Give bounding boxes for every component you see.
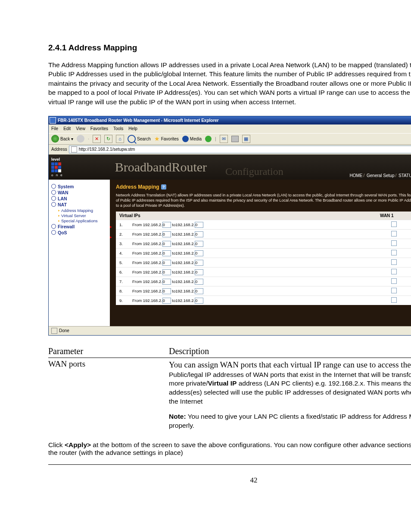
help-icon[interactable]: ? [161,184,166,190]
ip-range-cell: From 192.168.2. to192.168.2. [129,286,377,296]
ip-range-cell: From 192.168.2. to192.168.2. [129,296,377,305]
wan1-checkbox[interactable] [391,269,397,274]
intro-paragraph: The Address Mapping function allows IP a… [48,60,411,106]
ip-range-cell: From 192.168.2. to192.168.2. [129,258,377,268]
sidebar-item-wan[interactable]: WAN [51,190,107,195]
th-description: Description [169,345,411,358]
sidebar-item-firewall[interactable]: Firewall [51,224,107,229]
address-mapping-table: Virtual IPs WAN 1 WAN 2 1.From 192.168.2… [116,212,411,305]
to-ip-input[interactable] [195,222,203,228]
wan1-checkbox[interactable] [391,231,397,236]
arrow-icon: ▸ [58,208,60,212]
media-button[interactable]: Media [182,136,202,142]
sidebar-item-qos[interactable]: QoS [51,230,107,235]
menu-help[interactable]: Help [128,126,137,131]
router-banner: level o n e BroadbandRouter Configuratio… [49,155,411,180]
ip-range-cell: From 192.168.2. to192.168.2. [129,239,377,249]
to-ip-input[interactable] [195,260,203,266]
wan1-checkbox[interactable] [391,297,397,303]
menu-view[interactable]: View [76,126,85,131]
from-ip-input[interactable] [162,222,171,228]
from-ip-input[interactable] [162,260,171,266]
ie-titlebar: FBR-1405TX Broadband Router Web Manageme… [49,116,411,124]
forward-button[interactable] [77,135,84,143]
from-ip-input[interactable] [162,269,171,275]
ip-range-cell: From 192.168.2. to192.168.2. [129,249,377,258]
to-ip-input[interactable] [195,250,203,256]
table-row: 4.From 192.168.2. to192.168.2. [116,249,411,258]
table-row: 3.From 192.168.2. to192.168.2. [116,239,411,249]
back-button[interactable]: Back ▾ [51,135,73,143]
nav-home[interactable]: HOME [349,173,362,178]
content-pane: Address Mapping ? Network Address Transl… [110,180,411,326]
page-number: 42 [48,476,411,485]
banner-nav: HOME/ General Setup/ STATUS/ Tool Logout [349,173,411,178]
ie-menubar: File Edit View Favorites Tools Help [49,124,411,133]
table-row: 5.From 192.168.2. to192.168.2. [116,258,411,268]
from-ip-input[interactable] [162,288,171,294]
wan1-checkbox[interactable] [391,240,397,246]
table-row: 2.From 192.168.2. to192.168.2. [116,230,411,239]
wan1-checkbox[interactable] [391,250,397,255]
to-ip-input[interactable] [195,298,203,304]
to-ip-input[interactable] [195,231,203,237]
mail-button[interactable]: ✉ [220,135,228,143]
to-ip-input[interactable] [195,279,203,285]
row-number: 6. [116,268,129,277]
sidebar-item-virtual-server[interactable]: ▸Virtual Server [58,213,107,218]
sidebar-item-address-mapping[interactable]: ▸Address Mapping [58,208,107,213]
wan1-checkbox[interactable] [391,259,397,265]
banner-title: BroadbandRouter [115,160,207,174]
from-ip-input[interactable] [162,241,171,247]
print-button[interactable] [231,136,239,142]
row-number: 9. [116,296,129,305]
menu-file[interactable]: File [51,126,58,131]
edit-button[interactable]: ▦ [242,135,250,143]
menu-edit[interactable]: Edit [63,126,71,131]
from-ip-input[interactable] [162,231,171,237]
search-icon [128,135,136,143]
sidebar-item-lan[interactable]: LAN [51,196,107,201]
search-button[interactable]: Search [128,135,151,143]
th-parameter: Parameter [48,345,169,358]
table-row: 8.From 192.168.2. to192.168.2. [116,286,411,296]
table-row: 9.From 192.168.2. to192.168.2. [116,296,411,305]
to-ip-input[interactable] [195,241,203,247]
from-ip-input[interactable] [162,279,171,285]
to-ip-input[interactable] [195,269,203,275]
wan1-checkbox[interactable] [391,278,397,284]
ie-window: FBR-1405TX Broadband Router Web Manageme… [48,116,411,336]
sidebar-item-nat[interactable]: NAT [51,202,107,207]
page-icon [71,146,77,152]
row-number: 2. [116,230,129,239]
table-row: 6.From 192.168.2. to192.168.2. [116,268,411,277]
row-number: 4. [116,249,129,258]
to-ip-input[interactable] [195,288,203,294]
stop-button[interactable]: ✕ [93,135,101,143]
menu-favorites[interactable]: Favorites [90,126,108,131]
from-ip-input[interactable] [162,250,171,256]
address-input[interactable]: http://192.168.2.1/setupw.stm ▾ [69,146,411,153]
row-number: 8. [116,286,129,296]
nav-general-setup[interactable]: General Setup [367,173,395,178]
nav-status[interactable]: STATUS [399,173,411,178]
ip-range-cell: From 192.168.2. to192.168.2. [129,220,377,230]
status-page-icon [51,328,57,334]
address-label: Address [51,147,67,152]
wan1-checkbox[interactable] [391,221,397,227]
row-number: 1. [116,220,129,230]
wan1-checkbox[interactable] [391,288,397,293]
brand-top: level [51,157,63,162]
param-description: You can assign WAN ports that each virtu… [169,358,411,432]
menu-tools[interactable]: Tools [113,126,123,131]
home-button[interactable]: ⌂ [116,135,124,143]
favorites-button[interactable]: ★Favorites [154,135,179,142]
ip-range-cell: From 192.168.2. to192.168.2. [129,230,377,239]
ie-app-icon [50,117,56,124]
history-button[interactable] [205,136,212,142]
sidebar-item-system[interactable]: System [51,184,107,189]
table-row: 7.From 192.168.2. to192.168.2. [116,277,411,286]
refresh-button[interactable]: ↻ [104,135,112,143]
from-ip-input[interactable] [162,298,171,304]
sidebar-item-special-apps[interactable]: ▸Special Applications [58,218,107,223]
